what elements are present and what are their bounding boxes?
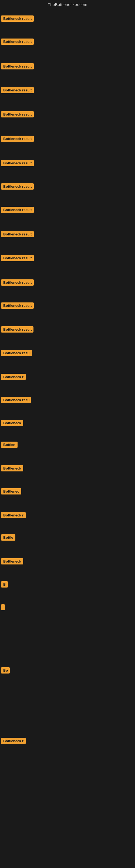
bottleneck-badge[interactable]: Bottleneck r: [1, 374, 26, 380]
list-item: Bottleneck: [1, 420, 23, 427]
list-item: Bottleneck r: [1, 374, 26, 381]
site-title: TheBottlenecker.com: [48, 2, 87, 7]
list-item: Bo: [1, 667, 10, 675]
list-item: Bottleneck result: [1, 326, 34, 334]
bottleneck-badge[interactable]: Bottleneck result: [1, 279, 34, 286]
list-item: Bottleneck: [1, 465, 23, 472]
bottleneck-badge[interactable]: Bottleneck result: [1, 63, 34, 69]
bottleneck-badge[interactable]: Bottleneck result: [1, 135, 34, 142]
bottleneck-badge[interactable]: Bottleneck result: [1, 16, 34, 22]
bottleneck-badge[interactable]: Bottleneck result: [1, 87, 34, 93]
bottleneck-badge[interactable]: B: [1, 581, 8, 588]
list-item: Bottleneck: [1, 558, 23, 565]
bottleneck-badge[interactable]: Bottleneck result: [1, 326, 34, 333]
list-item: Bottleneck result: [1, 255, 34, 262]
bottleneck-badge[interactable]: Bottleneck: [1, 558, 23, 564]
bottleneck-badge[interactable]: Bottlenec: [1, 488, 21, 495]
bottleneck-badge[interactable]: Bottleneck r: [1, 738, 26, 744]
list-item: Bottleneck r: [1, 512, 26, 520]
bottleneck-badge[interactable]: [1, 604, 5, 610]
bottleneck-badge[interactable]: Bottleneck result: [1, 303, 34, 309]
list-item: Bottleneck result: [1, 63, 34, 70]
bottleneck-badge[interactable]: Bottle: [1, 534, 15, 540]
list-item: Bottlen: [1, 442, 17, 449]
list-item: B: [1, 581, 8, 589]
bottleneck-badge[interactable]: Bo: [1, 667, 10, 674]
list-item: Bottleneck r: [1, 738, 26, 745]
list-item: Bottleneck result: [1, 279, 34, 287]
list-item: Bottleneck result: [1, 183, 34, 191]
list-item: Bottleneck resul: [1, 350, 32, 357]
list-item: Bottleneck result: [1, 16, 34, 23]
list-item: Bottleneck result: [1, 135, 34, 143]
site-header: TheBottlenecker.com: [0, 0, 135, 10]
bottleneck-badge[interactable]: Bottleneck result: [1, 160, 34, 166]
bottleneck-badge[interactable]: Bottleneck: [1, 420, 23, 426]
list-item: Bottlenec: [1, 488, 21, 496]
list-item: Bottleneck result: [1, 160, 34, 167]
list-item: Bottle: [1, 534, 15, 542]
bottleneck-badge[interactable]: Bottleneck result: [1, 183, 34, 190]
list-item: Bottleneck result: [1, 207, 34, 214]
bottleneck-badge[interactable]: Bottleneck result: [1, 231, 34, 237]
list-item: Bottleneck result: [1, 38, 34, 46]
bottleneck-badge[interactable]: Bottleneck r: [1, 512, 26, 518]
bottleneck-badge[interactable]: Bottleneck result: [1, 207, 34, 213]
bottleneck-badge[interactable]: Bottleneck: [1, 465, 23, 471]
bottleneck-badge[interactable]: Bottleneck result: [1, 111, 34, 118]
list-item: Bottleneck resu: [1, 397, 31, 404]
list-item: Bottleneck result: [1, 87, 34, 94]
list-item: [1, 604, 5, 611]
bottleneck-badge[interactable]: Bottlen: [1, 442, 17, 448]
list-item: Bottleneck result: [1, 303, 34, 310]
list-item: Bottleneck result: [1, 111, 34, 119]
list-item: Bottleneck result: [1, 231, 34, 239]
bottleneck-badge[interactable]: Bottleneck result: [1, 255, 34, 261]
bottleneck-badge[interactable]: Bottleneck resul: [1, 350, 32, 356]
bottleneck-badge[interactable]: Bottleneck resu: [1, 397, 31, 403]
bottleneck-badge[interactable]: Bottleneck result: [1, 38, 34, 45]
